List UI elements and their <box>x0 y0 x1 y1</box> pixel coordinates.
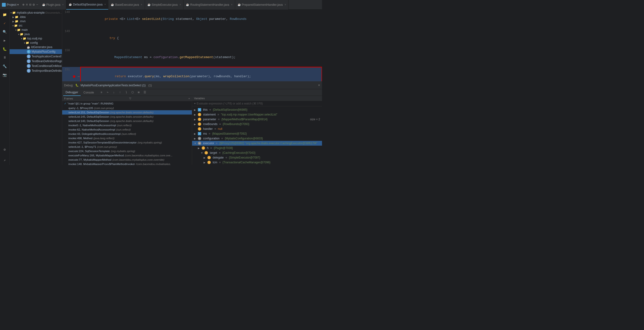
tab-console[interactable]: Console <box>81 89 96 96</box>
code-editor[interactable]: 148 private <E> List<E> selectList(Strin… <box>62 9 322 81</box>
project-explorer-icon[interactable]: 📁 <box>2 11 8 18</box>
evaluate-btn[interactable]: ⬡ <box>130 90 135 95</box>
tree-item-src[interactable]: ▾ 📁 src <box>10 23 62 28</box>
breakpoint-dot-151[interactable] <box>73 75 75 78</box>
add-watch-icon[interactable]: + <box>188 97 190 100</box>
frame-selectlist-140[interactable]: selectList:140, DefaultSqlSession (org.a… <box>62 119 192 123</box>
tab-defaultsqlsession[interactable]: ☕ DefaultSqlSession.java × <box>66 0 108 9</box>
tree-item-config[interactable]: ▾ 📁 config <box>10 41 62 45</box>
frame-selectlist-minus1[interactable]: selectList:-1, $Proxy71 (com.sun.proxy) <box>62 145 192 149</box>
project-dropdown-icon[interactable]: ▾ <box>17 3 19 6</box>
filter-icon[interactable]: ▽ <box>129 97 131 100</box>
frame-invoke0[interactable]: invoke0:-1, NativeMethodAccessorImpl (su… <box>62 123 192 127</box>
var-h[interactable]: ▶ f h = {Plugin@7038} <box>192 146 322 150</box>
tree-item-root[interactable]: ▾ 📁 mybatis-plus-example /Documents/e... <box>10 10 62 15</box>
tab-simpleexecutor[interactable]: ☕ SimpleExecutor.java × <box>145 0 184 9</box>
tab-debugger[interactable]: Debugger <box>63 89 80 96</box>
debug-icon-bar[interactable]: 🐛 <box>2 46 8 52</box>
tab-preparedstatementhandler[interactable]: ☕ PreparedStatementHandler.java × <box>235 0 289 9</box>
pause-icon[interactable]: ⏸ <box>2 54 8 61</box>
frame-selectlist-145[interactable]: selectList:145, DefaultSqlSession (org.a… <box>62 115 192 119</box>
var-rowbounds-expand[interactable]: ▶ <box>194 123 197 126</box>
run-to-cursor-btn[interactable]: ⤵ <box>124 90 129 95</box>
tree-item-top-xudj[interactable]: ▾ 📁 top.xudj.mp <box>10 36 62 41</box>
var-target-expand[interactable]: ▼ <box>201 152 204 154</box>
frame-invoke427[interactable]: invoke:427, SqlSessionTemplate$SqlSessio… <box>62 140 192 145</box>
var-target[interactable]: ▼ f target = {CachingExecutor@7043} <box>192 150 322 155</box>
var-statement[interactable]: ▶ f statement = "top.xudj.mp.mapper.User… <box>192 112 322 117</box>
tab-plugin[interactable]: ☕ Plugin.java × <box>40 0 66 9</box>
project-icon <box>2 3 6 7</box>
var-parameter[interactable]: ▶ f parameter = {MapperMethod$ParamMap@6… <box>192 117 322 122</box>
var-tcm[interactable]: ▶ f tcm = {TransactionalCacheManager@709… <box>192 160 322 165</box>
commit-icon[interactable]: ✓ <box>2 20 8 26</box>
tree-item-main[interactable]: ▾ 📁 main <box>10 28 62 32</box>
minimize-icon[interactable]: − <box>36 3 38 7</box>
var-executor-expand[interactable]: ▼ <box>194 142 197 145</box>
arrow-icon[interactable]: ↗ <box>2 157 8 163</box>
restore-layout-btn[interactable]: ≡ <box>99 90 104 95</box>
var-parameter-expand[interactable]: ▶ <box>194 118 197 121</box>
frame-main-running[interactable]: ✓ "main"@1 in group "main": RUNNING <box>62 101 192 106</box>
tree-item-mybatisplusconfig[interactable]: C MybatisPlusConfig <box>10 49 62 54</box>
frame-executeformany166[interactable]: executeForMany:166, MybatisMapperMethod … <box>62 153 192 158</box>
var-h-expand[interactable]: ▶ <box>198 147 201 149</box>
var-rowbounds[interactable]: ▶ f rowBounds = {RowBounds@7093} <box>192 122 322 126</box>
var-this[interactable]: ▶ ≡ this = {DefaultSqlSession@6985} <box>192 107 322 112</box>
step-over-btn[interactable]: ↷ <box>105 90 110 95</box>
tab-simpleexecutor-close[interactable]: × <box>180 3 181 6</box>
frame-invoke498[interactable]: invoke:498, Method (java.lang.reflect) <box>62 136 192 140</box>
step-out-btn[interactable]: ↑ <box>118 90 123 95</box>
frame-query-1[interactable]: query:-1, $Proxy105 (com.sun.proxy) <box>62 106 192 110</box>
frame-execute224[interactable]: execute:224, SqlSessionTemplate (org.myb… <box>62 149 192 153</box>
settings-gear-icon[interactable]: ⚙ <box>2 146 8 153</box>
var-executor[interactable]: ▼ ∞ executor = {$Proxy105@6982} "org.apa… <box>192 141 322 146</box>
tab-defaultsqlsession-close[interactable]: × <box>104 3 106 6</box>
structure-icon[interactable]: ≡ <box>26 3 28 7</box>
var-handler[interactable]: ▶ f handler = null <box>192 126 322 131</box>
tab-routing-close[interactable]: × <box>231 3 232 6</box>
step-into-btn[interactable]: ↓ <box>111 90 116 95</box>
frame-invoke43[interactable]: invoke:43, DelegatingMethodAccessorImpl … <box>62 132 192 136</box>
eval-bar[interactable]: + Evaluate expression (⌥F8) or add a wat… <box>192 101 322 106</box>
tab-baseexecutor-close[interactable]: × <box>141 3 142 6</box>
frame-invoke62[interactable]: invoke:62, NativeMethodAccessorImpl (sun… <box>62 127 192 132</box>
tab-prepared-close[interactable]: × <box>285 3 286 6</box>
run-icon[interactable]: ▶ <box>2 37 8 43</box>
var-configuration[interactable]: ▶ ∞ configuration = {MybatisConfiguratio… <box>192 136 322 141</box>
project-label[interactable]: Project ▾ <box>2 3 19 7</box>
tree-item-idea[interactable]: ▶ 📁 .idea <box>10 15 62 19</box>
tree-item-java[interactable]: ▾ 📁 java <box>10 32 62 36</box>
navigate-icon[interactable]: ⊕ <box>22 3 24 7</box>
frame-invoke148[interactable]: invoke:148, MybatisMapperProxy$PlainMeth… <box>62 162 192 165</box>
tools-icon[interactable]: 🔧 <box>2 63 8 69</box>
frame-execute77[interactable]: execute:77, MybatisMapperMethod (com.bao… <box>62 158 192 162</box>
var-delegate-expand[interactable]: ▶ <box>204 156 206 159</box>
root-expand-arrow: ▾ <box>10 11 12 14</box>
frame-selectlist-151[interactable]: selectList:151, DefaultSqlSession (org.a… <box>62 110 192 115</box>
debug-close-btn[interactable]: × <box>318 83 320 87</box>
var-ms[interactable]: ▶ ≡ ms = {MappedStatement@7092} <box>192 131 322 136</box>
var-configuration-expand[interactable]: ▶ <box>194 137 197 140</box>
tree-item-testimportbean[interactable]: C TestImportBeanDefinitic... <box>10 68 62 73</box>
var-ms-expand[interactable]: ▶ <box>194 132 197 135</box>
tree-item-testapplicationcontext[interactable]: C TestApplicationContext! <box>10 54 62 59</box>
var-h-icon: f <box>202 146 205 150</box>
camera-icon[interactable]: 📷 <box>2 72 8 78</box>
find-icon[interactable]: 🔍 <box>2 29 8 35</box>
settings-icon[interactable]: ⚙ <box>33 3 35 7</box>
tree-item-testbeandefinitionregis[interactable]: C TestBeanDefinitionRegis! <box>10 59 62 64</box>
var-statement-expand[interactable]: ▶ <box>194 113 197 116</box>
var-delegate[interactable]: ▶ f delegate = {SimpleExecutor@7097} <box>192 155 322 160</box>
tree-item-idgenerator[interactable]: ☕ IdGenerator.java <box>10 45 62 49</box>
var-this-expand[interactable]: ▶ <box>194 109 197 111</box>
var-tcm-expand[interactable]: ▶ <box>204 161 206 164</box>
tab-baseexecutor[interactable]: ☕ BaseExecutor.java × <box>108 0 145 9</box>
tree-item-mvn[interactable]: ▶ 📁 .mvn <box>10 19 62 23</box>
tab-plugin-close[interactable]: × <box>62 3 64 6</box>
tree-item-testconditional[interactable]: C TestConditionalOnMissi... <box>10 64 62 68</box>
grid-view-btn[interactable]: ⊞ <box>136 90 142 95</box>
tab-routingstatementhandler[interactable]: ☕ RoutingStatementHandler.java × <box>184 0 235 9</box>
list-view-btn[interactable]: ☰ <box>142 90 148 95</box>
align-icon[interactable]: ⊟ <box>29 3 31 7</box>
